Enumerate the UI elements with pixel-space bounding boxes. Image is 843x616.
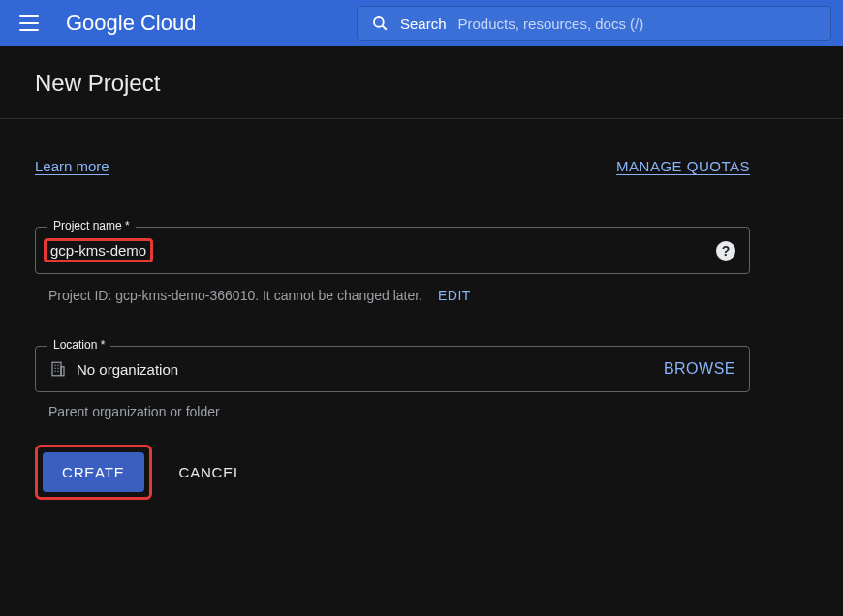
svg-point-0 [374, 17, 384, 27]
search-bar[interactable]: Search Products, resources, docs (/) [357, 6, 831, 41]
location-label: Location * [47, 338, 110, 352]
project-name-field[interactable]: Project name * gcp-kms-demo ? [35, 227, 750, 274]
cancel-button[interactable]: CANCEL [179, 464, 243, 480]
create-highlight: CREATE [35, 445, 152, 500]
page-title-block: New Project [0, 46, 843, 119]
create-button[interactable]: CREATE [43, 452, 144, 492]
search-placeholder: Products, resources, docs (/) [458, 15, 644, 32]
location-value: No organization [77, 361, 178, 378]
svg-rect-2 [52, 362, 61, 376]
help-icon[interactable]: ? [716, 241, 735, 261]
project-name-value: gcp-kms-demo [44, 238, 153, 262]
google-cloud-logo[interactable]: Google Cloud [66, 11, 196, 36]
edit-project-id-link[interactable]: EDIT [438, 288, 471, 303]
action-row: CREATE CANCEL [35, 445, 750, 500]
learn-more-link[interactable]: Learn more [35, 158, 109, 174]
page-title: New Project [35, 70, 808, 97]
location-helper: Parent organization or folder [48, 404, 750, 419]
project-name-label: Project name * [47, 219, 136, 232]
top-header: Google Cloud Search Products, resources,… [0, 0, 843, 46]
logo-light: Cloud [140, 11, 196, 36]
search-icon [371, 15, 389, 32]
location-field[interactable]: Location * No organization BROWSE [35, 346, 750, 392]
project-id-row: Project ID: gcp-kms-demo-366010. It cann… [48, 288, 750, 303]
search-container: Search Products, resources, docs (/) [357, 6, 831, 41]
page-body: New Project Learn more MANAGE QUOTAS Pro… [0, 46, 843, 500]
logo-bold: Google [66, 11, 135, 36]
info-row: Learn more MANAGE QUOTAS [35, 158, 750, 174]
svg-rect-3 [61, 367, 64, 376]
project-id-text: Project ID: gcp-kms-demo-366010. It cann… [48, 288, 422, 303]
manage-quotas-link[interactable]: MANAGE QUOTAS [616, 158, 750, 174]
search-label: Search [400, 15, 447, 32]
hamburger-menu-icon[interactable] [12, 4, 50, 43]
content: Learn more MANAGE QUOTAS Project name * … [0, 119, 785, 500]
browse-location-link[interactable]: BROWSE [664, 360, 735, 378]
organization-icon [49, 360, 67, 378]
svg-line-1 [383, 26, 387, 30]
